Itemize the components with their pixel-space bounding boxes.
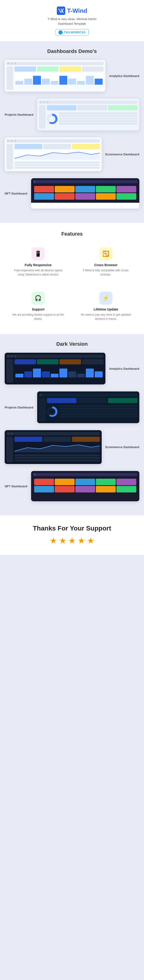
ecommerce-line-chart (14, 150, 100, 159)
support-icon: 🎧 (35, 295, 42, 301)
analytics-dark-mock (5, 353, 106, 385)
dark-card-3 (59, 359, 81, 364)
dark-body-1 (6, 359, 104, 383)
nft-card-3 (75, 186, 95, 192)
mock-cards-3 (14, 144, 100, 149)
nft-card-7 (55, 193, 75, 200)
projects-table (59, 113, 138, 125)
mock-donut (47, 114, 58, 124)
ecommerce-mock (5, 137, 102, 171)
cross-browser-desc: T-Wind is fully compatible with Cross-br… (78, 268, 133, 277)
features-title: Features (7, 231, 137, 237)
dark-bar-5 (51, 374, 59, 377)
analytics-light-preview[interactable] (5, 60, 106, 92)
dark-topbar-1 (6, 355, 104, 358)
dark-donut (47, 406, 58, 417)
nft-mock (31, 178, 139, 203)
mock-body (6, 67, 104, 90)
projects-dark-row: Projects Dashboard (5, 391, 139, 423)
dark-topbar-3 (6, 432, 100, 435)
dark-nft-8 (75, 486, 95, 492)
dark-row-2 (59, 408, 138, 410)
dark-projects-chart (47, 404, 138, 419)
responsive-title: Fully Responsive (11, 263, 66, 267)
dashboards-light-section: Dashboards Demo's (0, 41, 144, 223)
analytics-dark-preview[interactable] (5, 353, 106, 385)
nft-card-4 (96, 186, 116, 192)
dark-body-3 (6, 437, 100, 462)
nft-light-preview[interactable] (31, 178, 139, 208)
dark-row-4 (59, 413, 138, 415)
dark-line-chart (14, 443, 100, 452)
bar-8 (77, 81, 85, 85)
ecommerce-dark-row: Ecommerce Dashboard (5, 430, 139, 464)
dark-nft-1 (34, 479, 54, 485)
dark-row-5 (59, 415, 138, 417)
lifetime-icon: ⚡ (102, 295, 109, 301)
dark-cards-3 (14, 437, 100, 442)
ecommerce-light-preview[interactable] (5, 137, 102, 171)
dark-content-2 (47, 398, 138, 421)
ecommerce-table (14, 162, 100, 169)
bar-3 (33, 76, 41, 85)
mock-card-e2 (43, 144, 71, 149)
star-1: ★ (50, 536, 57, 546)
feature-responsive: 📱 Fully Responsive Fully responsive with… (7, 243, 69, 282)
dark-card-4 (82, 359, 104, 364)
dark-ecomm-table (14, 454, 100, 462)
mock-topbar-3 (6, 139, 100, 143)
projects-dark-mock (37, 391, 139, 423)
dark-card-p1 (47, 398, 77, 403)
ecommerce-dark-label: Ecommerce Dashboard (106, 445, 139, 449)
dark-nft-9 (96, 486, 116, 492)
dark-cards-1 (14, 359, 104, 364)
dark-nft-6 (34, 486, 54, 492)
svg-rect-0 (57, 6, 65, 15)
table-row-3 (59, 118, 138, 119)
mock-cards-2 (47, 105, 138, 110)
dark-row-1 (59, 405, 138, 407)
tailwind-dot (58, 30, 62, 35)
dark-content-1 (14, 359, 104, 383)
cross-browser-icon: 🔁 (102, 251, 109, 257)
dark-card-1 (14, 359, 36, 364)
dark-sidebar-3 (6, 437, 13, 462)
dark-content-3 (14, 437, 100, 462)
lifetime-title: Lifetime Update (78, 307, 133, 311)
responsive-icon: 📱 (35, 251, 42, 257)
mock-content (14, 67, 104, 90)
e-row-1 (14, 162, 100, 164)
support-title: Support (11, 307, 66, 311)
tailwind-badge: TAILWINDCSS (55, 29, 89, 36)
dark-card-e2 (43, 437, 71, 442)
mock-sidebar (6, 67, 13, 90)
dark-bar-2 (24, 371, 32, 377)
mock-cards (14, 67, 104, 72)
thanks-title: Thanks For Your Support (5, 525, 139, 532)
projects-dark-preview[interactable] (37, 391, 139, 423)
dark-topbar-2 (39, 393, 138, 396)
thanks-section: Thanks For Your Support ★ ★ ★ ★ ★ (0, 515, 144, 555)
mock-content-3 (14, 144, 100, 169)
dark-bar-4 (42, 371, 50, 377)
dark-topbar-4 (33, 473, 138, 476)
projects-mock (37, 99, 139, 130)
ecommerce-dark-mock (5, 430, 102, 464)
mock-card-e1 (14, 144, 42, 149)
star-3: ★ (68, 536, 76, 546)
dark-section: Dark Version (0, 334, 144, 515)
projects-light-preview[interactable] (37, 99, 139, 130)
dark-row-3 (59, 410, 138, 412)
table-row-4 (59, 120, 138, 122)
cross-browser-title: Cross Browser (78, 263, 133, 267)
dark-card-p2 (77, 398, 107, 403)
dark-e-row-3 (14, 460, 100, 461)
table-row-5 (59, 123, 138, 124)
ecommerce-dark-preview[interactable] (5, 430, 102, 464)
nft-grid (33, 185, 138, 201)
dark-nft-5 (117, 479, 136, 485)
dark-e-row-1 (14, 454, 100, 456)
logo-title: T-Wind (67, 7, 87, 14)
nft-dark-preview[interactable] (31, 471, 139, 501)
dark-chart-1 (14, 366, 104, 379)
